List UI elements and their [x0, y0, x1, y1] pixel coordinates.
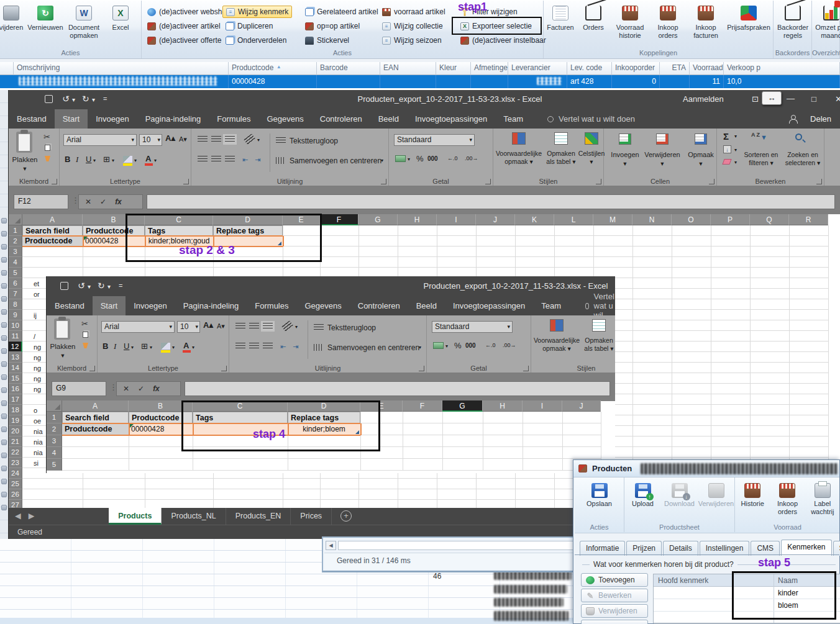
format-painter-icon[interactable] [83, 343, 88, 348]
toevoegen-button[interactable]: Toevoegen [581, 573, 648, 587]
increase-decimal-icon[interactable]: ←.0 [447, 155, 458, 161]
increase-font-icon[interactable]: A▴ [165, 133, 175, 143]
chevron-down-icon[interactable]: ▾ [157, 137, 160, 143]
delete-cells-dropdown-icon[interactable]: ▾ [660, 160, 665, 167]
grid-column-header-Kleur[interactable]: Kleur [436, 62, 471, 75]
column-header-G[interactable]: G [358, 214, 398, 225]
merge-center-button[interactable]: Samenvoegen en centreren [290, 156, 381, 165]
ribbon-tab-gegevens[interactable]: Gegevens [258, 109, 311, 129]
font-name-select[interactable]: Arial▾ [63, 134, 137, 146]
grid-row-cell[interactable] [436, 75, 471, 88]
ribbon-tab-start[interactable]: Start [55, 109, 88, 129]
ribbon-tab-formules[interactable]: Formules [209, 109, 258, 129]
row-header-3[interactable]: 3 [9, 246, 22, 257]
row-header-11[interactable]: 11 [9, 331, 22, 341]
grid-row-cell[interactable] [380, 75, 436, 88]
grid-column-header-ETA[interactable]: ETA [660, 62, 690, 75]
column-header-O[interactable]: O [672, 214, 711, 225]
ribbon-tab-start[interactable]: Start [93, 296, 126, 315]
comma-style-button[interactable]: 000 [465, 342, 476, 349]
percent-style-button[interactable]: % [454, 341, 462, 350]
erp-action--de-activeer-artikel[interactable]: (de)activeer artikel [144, 20, 224, 32]
erp-action-voorraad-artikel[interactable]: voorraad artikel [379, 6, 449, 18]
tab-seri[interactable]: Seri [833, 541, 840, 556]
increase-indent-icon[interactable]: ⇥ [293, 343, 298, 351]
number-format-select[interactable]: Standaard▾ [394, 134, 475, 146]
row-header-17[interactable]: 17 [9, 394, 22, 405]
ribbon-tab-pagina-indeling[interactable]: Pagina-indeling [137, 109, 209, 129]
scroll-left-icon[interactable]: ◀ [326, 541, 336, 550]
valign-0-icon[interactable] [235, 323, 245, 330]
enter-icon[interactable]: ✓ [138, 384, 144, 393]
format-as-table-label2[interactable]: als tabel ▾ [544, 158, 578, 165]
erp-action-wijzig-seizoen[interactable]: ≡Wijzig seizoen [379, 34, 445, 47]
redo-dropdown-icon[interactable]: ▾ [107, 283, 111, 290]
share-button[interactable]: Delen [799, 109, 831, 129]
row-header-23[interactable]: 23 [9, 458, 22, 468]
halign-0-icon[interactable] [198, 156, 208, 163]
format-as-table-button[interactable]: Opmaken [582, 337, 615, 344]
sheet-scroll-right-icon[interactable]: ▶ [27, 508, 41, 525]
cut-icon[interactable]: ✂ [43, 132, 50, 142]
decrease-font-icon[interactable]: A▾ [217, 322, 225, 330]
orientation-dropdown-icon[interactable]: ▾ [295, 324, 298, 330]
qat-customize-icon[interactable]: = [119, 282, 122, 289]
column-header-P[interactable]: P [711, 214, 750, 225]
dialog-launcher-icon[interactable] [419, 366, 424, 371]
cell-styles-button[interactable]: Celstijlen [578, 150, 605, 157]
row-header-18[interactable]: 18 [9, 405, 22, 415]
delete-cells-button[interactable]: Verwijderen [644, 151, 681, 158]
fill-dropdown-icon[interactable]: ▾ [172, 345, 175, 350]
format-cells-button[interactable]: Opmaak [682, 151, 719, 158]
row-header-2[interactable]: 2 [9, 236, 22, 246]
halign-1-icon[interactable] [249, 343, 259, 350]
row-header-4[interactable]: 4 [9, 257, 22, 268]
wrap-text-icon[interactable] [314, 324, 324, 331]
grid-row-cell[interactable]: art 428 [567, 75, 612, 88]
row-header-16[interactable]: 16 [9, 384, 22, 394]
table-cell[interactable]: Productcode [62, 423, 129, 435]
column-header-J[interactable]: J [562, 400, 601, 412]
bold-button[interactable]: B [103, 341, 108, 351]
column-header-Q[interactable]: Q [750, 214, 789, 225]
row-header-10[interactable]: 10 [9, 320, 22, 331]
chevron-down-icon[interactable]: ▾ [507, 323, 510, 330]
erp-action--de-activeer-webshop[interactable]: (de)activeer webshop [144, 6, 234, 18]
grid-column-header-Leverancier[interactable]: Leverancier [508, 62, 567, 75]
halign-1-icon[interactable] [211, 156, 221, 163]
erp-button-excel[interactable]: XExcel [104, 4, 137, 32]
conditional-formatting-label2[interactable]: opmaak ▾ [531, 345, 582, 352]
erp-action-gerelateerd-artikel[interactable]: Gerelateerd artikel [302, 6, 381, 18]
italic-button[interactable]: I [76, 155, 78, 165]
currency-dropdown-icon[interactable]: ▾ [408, 156, 410, 162]
font-color-icon[interactable]: A [145, 154, 151, 163]
tab-instellingen[interactable]: Instellingen [700, 541, 750, 556]
increase-font-icon[interactable]: A▴ [203, 320, 213, 330]
ribbon-tab-invoegtoepassingen[interactable]: Invoegtoepassingen [445, 296, 533, 315]
grid-row-cell[interactable]: 00000428 [229, 75, 317, 88]
erp-button-facturen[interactable]: Facturen [545, 4, 576, 32]
grid-row-cell[interactable] [471, 75, 508, 88]
erp-button-omzet-per-maand[interactable]: Omzet per maand [813, 4, 840, 40]
underline-dropdown-icon[interactable]: ▾ [131, 345, 134, 350]
sheet-tab-products[interactable]: Products [109, 508, 162, 525]
erp-action-wijzig-kenmerk[interactable]: ≡Wijzig kenmerk [222, 6, 292, 18]
paste-button[interactable]: Plakken [9, 156, 41, 163]
merge-dropdown-icon[interactable]: ▾ [381, 158, 383, 163]
erp-button-voorraad-historie[interactable]: Voorraad historie [611, 4, 649, 40]
toolbar-button-opslaan[interactable]: Opslaan [581, 482, 618, 508]
dialog-launcher-icon[interactable] [89, 366, 95, 371]
row-header-1[interactable]: 1 [47, 412, 62, 423]
clear-icon[interactable] [722, 159, 731, 165]
number-format-select[interactable]: Standaard▾ [432, 321, 513, 333]
copy-icon[interactable] [45, 145, 50, 151]
erp-action-onderverdelen[interactable]: Onderverdelen [222, 34, 290, 47]
close-button[interactable]: ✕ [835, 94, 840, 104]
column-header-I[interactable]: I [523, 400, 562, 412]
ribbon-tab-pagina-indeling[interactable]: Pagina-indeling [175, 296, 247, 315]
sort-az-icon[interactable]: A Z [749, 131, 762, 138]
sign-in-link[interactable]: Aanmelden [683, 94, 724, 104]
find-select-label2[interactable]: selecteren ▾ [783, 159, 823, 166]
column-header-F[interactable]: F [320, 214, 358, 225]
select-all-corner[interactable] [9, 214, 22, 225]
